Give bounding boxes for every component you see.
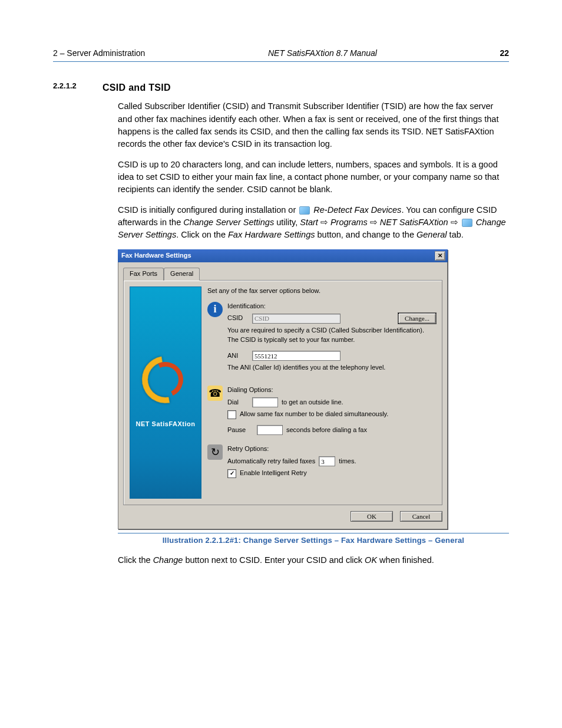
- intelligent-retry-label: Enable Intelligent Retry: [240, 469, 307, 478]
- intro-text: Set any of the fax server options below.: [207, 286, 436, 296]
- paragraph-after: Click the Change button next to CSID. En…: [118, 554, 509, 566]
- dialog-button-row: OK Cancel: [123, 511, 442, 522]
- section-heading: 2.2.1.2 CSID and TSID: [53, 81, 509, 94]
- doc-icon: [462, 219, 472, 227]
- allow-same-checkbox[interactable]: [227, 410, 236, 419]
- page-header: 2 – Server Administration NET SatisFAXti…: [53, 47, 509, 62]
- pause-input[interactable]: [257, 425, 283, 435]
- identification-block: i Identification: CSID Change... You are…: [207, 302, 436, 379]
- dialog-titlebar[interactable]: Fax Hardware Settings ✕: [118, 249, 448, 262]
- retry-icon: ↻: [207, 444, 223, 460]
- ani-help: The ANI (Caller Id) identifies you at th…: [227, 363, 436, 373]
- dial-label: Dial: [227, 398, 249, 407]
- auto-retry-label: Automatically retry failed faxes: [227, 457, 315, 466]
- csid-input[interactable]: [252, 314, 340, 324]
- dialog-title: Fax Hardware Settings: [121, 251, 435, 261]
- tab-pane-general: NET SatisFAXtion Set any of the fax serv…: [123, 280, 442, 505]
- tab-general[interactable]: General: [164, 268, 200, 281]
- retry-heading: Retry Options:: [227, 444, 436, 454]
- dialing-block: ☎ Dialing Options: Dial to get an outsid…: [207, 386, 436, 437]
- section-title: CSID and TSID: [103, 81, 171, 94]
- auto-retry-input[interactable]: [319, 456, 335, 466]
- info-icon: i: [207, 302, 223, 317]
- allow-same-label: Allow same fax number to be dialed simul…: [240, 410, 388, 419]
- swirl-logo-icon: [142, 356, 189, 403]
- tab-fax-ports[interactable]: Fax Ports: [123, 268, 164, 281]
- figure-caption: Illustration 2.2.1.2#1: Change Server Se…: [118, 533, 509, 546]
- doc-icon: [299, 206, 310, 215]
- change-button[interactable]: Change...: [398, 313, 436, 324]
- header-center: NET SatisFAXtion 8.7 Manual: [145, 47, 500, 59]
- paragraph-2: CSID is up to 20 characters long, and ca…: [118, 159, 509, 196]
- auto-retry-suffix: times.: [339, 457, 356, 466]
- ani-input[interactable]: [252, 351, 340, 361]
- ani-label: ANI: [227, 351, 249, 361]
- csid-help: You are required to specify a CSID (Call…: [227, 326, 436, 345]
- identification-heading: Identification:: [227, 302, 436, 311]
- paragraph-3: CSID is initially configured during inst…: [118, 204, 509, 241]
- side-label: NET SatisFAXtion: [136, 420, 196, 429]
- section-number: 2.2.1.2: [53, 81, 86, 94]
- close-icon[interactable]: ✕: [435, 251, 445, 261]
- cancel-button[interactable]: Cancel: [400, 511, 442, 522]
- paragraph-1: Called Subscriber Identifier (CSID) and …: [118, 100, 509, 150]
- side-panel: NET SatisFAXtion: [130, 286, 201, 499]
- tabstrip: Fax Ports General: [123, 267, 442, 280]
- header-left: 2 – Server Administration: [53, 47, 145, 59]
- phone-icon: ☎: [207, 386, 223, 401]
- dialing-heading: Dialing Options:: [227, 386, 436, 395]
- dial-suffix: to get an outside line.: [282, 398, 343, 407]
- pause-suffix: seconds before dialing a fax: [286, 426, 367, 435]
- dial-input[interactable]: [252, 397, 278, 407]
- page-number: 22: [500, 47, 509, 59]
- csid-label: CSID: [227, 314, 249, 323]
- ok-button[interactable]: OK: [351, 511, 393, 522]
- fax-hardware-settings-dialog: Fax Hardware Settings ✕ Fax Ports Genera…: [118, 249, 448, 529]
- intelligent-retry-checkbox[interactable]: [227, 469, 236, 478]
- pause-label: Pause: [227, 426, 253, 435]
- retry-block: ↻ Retry Options: Automatically retry fai…: [207, 444, 436, 480]
